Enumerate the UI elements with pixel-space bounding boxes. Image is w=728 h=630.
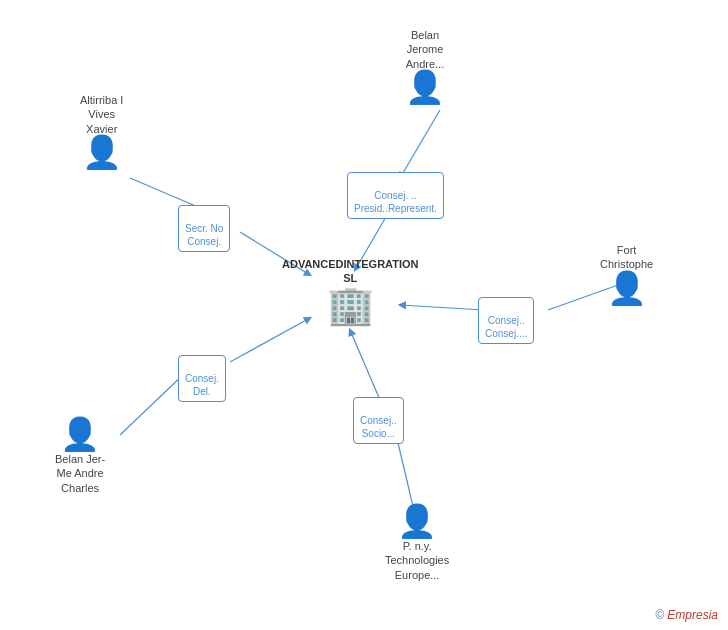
relation-consej-consej[interactable]: Consej..Consej.... [478,297,534,344]
svg-line-9 [350,330,380,400]
svg-line-0 [400,110,440,178]
person-fort-christophe[interactable]: FortChristophe 👤 [600,243,653,306]
person-p-n-y[interactable]: 👤 P. n.y.TechnologiesEurope... [385,505,449,582]
relation-consej-presid[interactable]: Consej. ..Presid..Represent. [347,172,444,219]
person-label: BelanJeromeAndre... [406,28,445,71]
person-avatar: 👤 [405,71,445,103]
relation-secr-no[interactable]: Secr. NoConsej. [178,205,230,252]
person-belan-jerome[interactable]: BelanJeromeAndre... 👤 [405,28,445,105]
person-label: FortChristophe [600,243,653,272]
company-icon: 🏢 [327,286,374,324]
company-name: ADVANCEDINTEGRATIONSL [282,257,418,286]
svg-line-6 [120,373,185,435]
person-label: P. n.y.TechnologiesEurope... [385,539,449,582]
person-avatar: 👤 [397,505,437,537]
watermark: © Empresia [655,608,718,622]
person-belan-jer-me[interactable]: 👤 Belan Jer-Me AndreCharles [55,418,105,495]
person-avatar: 👤 [60,418,100,450]
graph-canvas: ADVANCEDINTEGRATIONSL 🏢 BelanJeromeAndre… [0,0,728,630]
person-label: Altirriba IVivesXavier [80,93,123,136]
person-label: Belan Jer-Me AndreCharles [55,452,105,495]
company-node[interactable]: ADVANCEDINTEGRATIONSL 🏢 [282,255,418,324]
person-altirriba[interactable]: Altirriba IVivesXavier 👤 [80,93,123,170]
person-avatar: 👤 [607,272,647,304]
watermark-copyright: © [655,608,664,622]
relation-consej-socio[interactable]: Consej..Socio... [353,397,404,444]
svg-line-7 [230,318,310,362]
person-avatar: 👤 [82,136,122,168]
relation-consej-del[interactable]: Consej.Del. [178,355,226,402]
watermark-brand: Empresia [664,608,718,622]
